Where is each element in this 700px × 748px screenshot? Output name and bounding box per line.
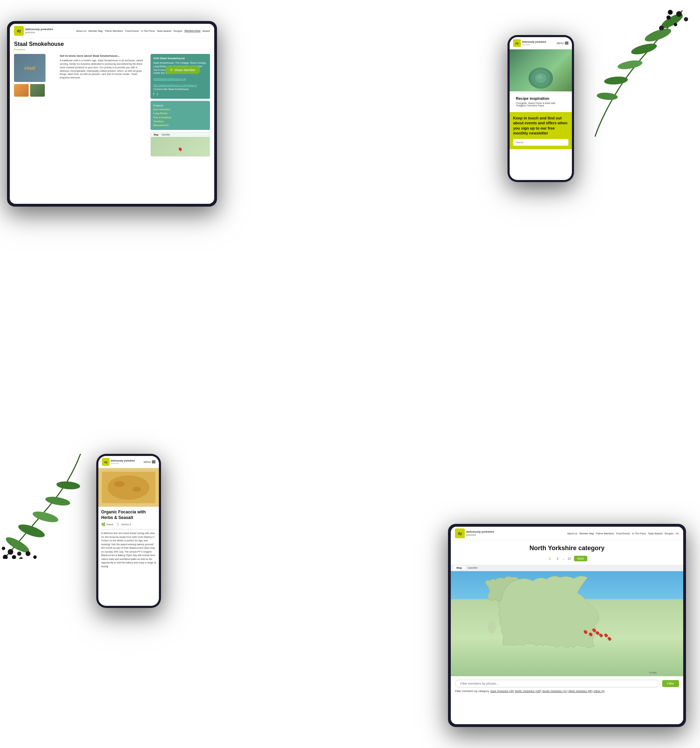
phone-logo[interactable]: dy deliciously yorkshire yorkshire [513,39,547,47]
tablet-logo[interactable]: dy deliciously yorkshire yorkshire [14,26,53,36]
recipe-tag-serves: 🍴 Serves 6 [116,523,131,526]
phone-menu-button[interactable]: MENU [556,42,568,44]
page-ellipsis: ... [562,557,565,560]
svg-point-31 [114,481,125,487]
svg-point-3 [617,59,643,71]
map-tab-satellite[interactable]: Satellite [160,133,172,136]
north-yorkshire-title: North Yorkshire category [451,540,683,554]
email-link[interactable]: info@staalsmoklehouse.co.uk [153,78,186,80]
bottom-nav-member-map[interactable]: Member Map [580,532,594,535]
website-link[interactable]: http://staalsmoklehouse.co.uk/contact-u/ [153,84,197,87]
nav-recipes[interactable]: Recipes [174,30,182,32]
bottom-nav-food-events[interactable]: Food Events [616,532,630,535]
filter-cat-west[interactable]: West Yorkshire (66) [568,690,593,693]
svg-point-9 [674,23,677,26]
phone-bottom-menu-button[interactable]: MENU [144,461,155,463]
svg-point-35 [589,632,592,635]
staal-logo-text: staal [24,65,35,71]
phone-bottom-nav: dy deliciously yorkshire yorkshire MENU [98,456,159,468]
share-member-button[interactable]: ⟳ Share Member [165,66,200,74]
hamburger-icon [565,42,568,44]
tablet-bottom-logo[interactable]: dy deliciously yorkshire yorkshire [455,528,494,538]
filter-cat-other[interactable]: Other (4) [594,690,605,693]
svg-point-1 [643,26,673,44]
producer-cat1[interactable]: Fish & Seafood [153,116,207,119]
bottom-nav-press[interactable]: In The Press [632,532,646,535]
dy-logo-icon: dy [14,26,24,36]
tablet-bottom-nav: dy deliciously yorkshire yorkshire About… [451,527,683,540]
nav-member-map[interactable]: Member Map [88,30,103,32]
location-map[interactable]: Map Satellite [150,132,210,157]
brand-sub-bottom: yorkshire [466,534,494,536]
bottom-nav-patron[interactable]: Patron Members [596,532,614,535]
svg-point-30 [108,475,149,500]
page-1[interactable]: 1 [547,555,553,562]
filter-button[interactable]: Filter [662,680,679,687]
description-text: A traditional craft in a modern age. Sta… [60,59,144,79]
tablet-nav-links: About Us Member Map Patron Members Food … [76,29,210,32]
newsletter-name-input[interactable] [513,139,568,146]
newsletter-section: Keep in touch and find out about events … [510,112,572,149]
big-map-tab-satellite[interactable]: Satellite [465,566,480,570]
focaccia-image [98,468,159,507]
filter-cat-north[interactable]: North Yorkshire (135) [515,690,541,693]
recipe-tag-snack: 🌿 Snack [101,523,113,526]
next-page-button[interactable]: Next [574,556,588,561]
svg-point-33 [487,621,496,633]
nav-food-events[interactable]: Food Events [125,30,138,32]
producer-info-box: Producer East Yorkshire Long Rixton Fish… [150,101,210,130]
bottom-nav-about[interactable]: About Us [567,532,577,535]
producer-area[interactable]: Long Rixton [153,111,207,115]
nav-members-area[interactable]: Members Area [184,29,200,32]
svg-point-7 [668,10,673,15]
phone-bottom-hamburger-icon [152,461,155,463]
bottom-nav-recipes[interactable]: Recipes [665,532,673,535]
brand-sub: yorkshire [25,31,53,33]
filter-input[interactable] [455,680,659,687]
page-2[interactable]: 2 [554,555,561,562]
big-map-tab-map[interactable]: Map [454,566,465,570]
social-icons: f t [153,93,207,96]
svg-point-21 [12,555,16,559]
producer-region[interactable]: East Yorkshire [153,108,207,111]
visit-heading: Visit Staal Smokehouse [153,57,207,60]
svg-point-22 [19,557,23,559]
bottom-nav-taste[interactable]: Taste Awards [648,532,662,535]
filter-cat-south[interactable]: South Yorkshire (21) [542,690,568,693]
phone-brand-sub: yorkshire [522,43,547,46]
product-thumbnail-1[interactable] [14,84,29,97]
svg-point-13 [17,522,46,540]
svg-point-37 [596,631,598,634]
map-svg: Google [451,571,683,676]
description-block: Get to know more about Staal Smokehouse.… [60,54,144,79]
map-tab-map[interactable]: Map [152,133,160,136]
phone-brand-name: deliciously yorkshire [522,41,547,43]
svg-point-0 [659,11,685,31]
recipe-content: Organic Focaccia with Herbs & Seasalt 🌿 … [98,507,159,571]
nav-about[interactable]: About Us [76,30,87,32]
filter-cat-east[interactable]: East Yorkshire (35) [490,690,514,693]
page-last[interactable]: 12 [566,555,572,562]
nav-patron[interactable]: Patron Members [105,30,123,32]
filter-bar: Filter [451,676,683,690]
product-thumbnail-2[interactable] [30,84,45,97]
fork-icon: 🍴 [116,523,120,526]
phone-bottom-logo-icon: dy [102,458,109,466]
dy-logo-text-bottom: deliciously yorkshire yorkshire [466,531,494,536]
dy-logo-icon-bottom: dy [455,528,465,538]
nav-press[interactable]: In The Press [141,30,155,32]
nav-taste[interactable]: Taste Awards [157,30,172,32]
producer-cat3[interactable]: Manufacturer [153,123,207,127]
phone-bottom-logo[interactable]: dy deliciously yorkshire yorkshire [102,458,135,466]
svg-point-36 [592,629,595,631]
north-yorkshire-map[interactable]: Google [451,571,683,676]
phone-logo-text: deliciously yorkshire yorkshire [522,41,547,46]
svg-point-17 [8,549,13,555]
producer-cat2[interactable]: Smokery [153,119,207,123]
nav-basket[interactable]: Basket [203,30,210,32]
connect-label: Connect with Staal Smokehouse [153,88,207,91]
bottom-nav-members[interactable]: Me [676,532,679,535]
svg-point-14 [32,509,59,525]
svg-point-24 [33,555,37,559]
share-btn-label: Share Member [174,68,195,72]
